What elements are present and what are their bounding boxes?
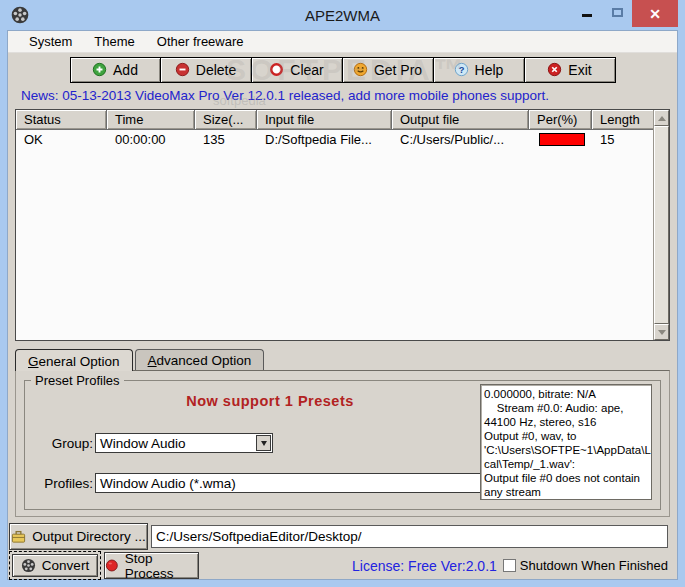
- film-reel-icon: [21, 558, 36, 573]
- clear-button[interactable]: Clear: [252, 57, 343, 83]
- tab-advanced-option[interactable]: Advanced Option: [135, 349, 265, 370]
- stop-process-label: Stop Process: [125, 551, 198, 581]
- briefcase-icon: [11, 529, 26, 544]
- license-text: License: Free Ver:2.0.1: [352, 558, 497, 574]
- scroll-up-button[interactable]: [654, 110, 669, 126]
- group-dropdown[interactable]: Window Audio: [95, 433, 273, 453]
- column-header-time[interactable]: Time: [107, 110, 195, 129]
- presets-notice: Now support 1 Presets: [85, 393, 455, 409]
- column-header-percent[interactable]: Per(%): [529, 110, 592, 129]
- stop-process-button[interactable]: Stop Process: [104, 552, 199, 579]
- help-button[interactable]: ? Help: [434, 57, 525, 83]
- menu-bar: System Theme Other freeware: [8, 31, 677, 53]
- add-label: Add: [113, 62, 138, 78]
- group-dropdown-value: Window Audio: [100, 436, 186, 451]
- maximize-button[interactable]: [602, 0, 632, 24]
- column-header-length[interactable]: Length: [592, 110, 657, 129]
- action-row: Convert Stop Process License: Free Ver:2…: [8, 549, 677, 579]
- toolbar: Add Delete Clear Get Pro ? Help Exit: [8, 53, 677, 86]
- smiley-icon: [353, 62, 368, 77]
- menu-theme[interactable]: Theme: [83, 32, 145, 51]
- arrow-up-icon: [658, 116, 666, 121]
- delete-button[interactable]: Delete: [161, 57, 252, 83]
- add-button[interactable]: Add: [70, 57, 161, 83]
- profiles-dropdown[interactable]: Window Audio (*.wma): [95, 473, 513, 493]
- cell-percent: [529, 133, 592, 146]
- table-header-row: Status Time Size(... Input file Output f…: [16, 110, 657, 130]
- exit-button[interactable]: Exit: [525, 57, 616, 83]
- titlebar: APE2WMA ✕: [7, 0, 678, 30]
- chevron-down-icon[interactable]: [256, 435, 271, 451]
- shutdown-label: Shutdown When Finished: [520, 558, 668, 573]
- scrollbar-thumb[interactable]: [654, 126, 669, 324]
- group-label: Group:: [39, 436, 95, 451]
- file-list-table: Status Time Size(... Input file Output f…: [15, 109, 670, 341]
- column-header-input-file[interactable]: Input file: [257, 110, 392, 129]
- cell-length: 15: [592, 132, 657, 147]
- news-ticker: News: 05-13-2013 VideoMax Pro Ver 12.0.1…: [8, 86, 677, 107]
- delete-icon: [175, 62, 190, 77]
- output-directory-button[interactable]: Output Directory ...: [9, 523, 148, 550]
- exit-icon: [547, 62, 562, 77]
- table-row[interactable]: OK 00:00:00 135 D:/Softpedia File... C:/…: [16, 130, 657, 149]
- tab-general-option[interactable]: General Option: [15, 349, 133, 371]
- clear-label: Clear: [290, 62, 323, 78]
- groupbox-legend: Preset Profiles: [31, 373, 124, 388]
- help-icon: ?: [454, 62, 469, 77]
- profiles-label: Profiles:: [27, 476, 95, 491]
- options-tabs: General Option Advanced Option: [15, 347, 677, 370]
- cell-status: OK: [16, 132, 107, 147]
- get-pro-label: Get Pro: [374, 62, 422, 78]
- stop-icon: [105, 558, 119, 573]
- progress-bar: [539, 133, 585, 146]
- get-pro-button[interactable]: Get Pro: [343, 57, 434, 83]
- cell-time: 00:00:00: [107, 132, 195, 147]
- cell-size: 135: [195, 132, 257, 147]
- client-area: SOFTPEDIA™ softpedia System Theme Other …: [7, 30, 678, 580]
- exit-label: Exit: [568, 62, 591, 78]
- minimize-button[interactable]: [572, 0, 602, 24]
- output-directory-label: Output Directory ...: [32, 529, 145, 544]
- close-button[interactable]: ✕: [632, 0, 678, 27]
- column-header-status[interactable]: Status: [16, 110, 107, 129]
- menu-system[interactable]: System: [18, 32, 83, 51]
- progress-bar-fill: [540, 134, 584, 145]
- convert-button[interactable]: Convert: [12, 554, 98, 577]
- help-label: Help: [475, 62, 504, 78]
- output-path-input[interactable]: [151, 525, 668, 548]
- app-window: APE2WMA ✕ SOFTPEDIA™ softpedia System Th…: [0, 0, 685, 587]
- cell-input-file: D:/Softpedia File...: [257, 132, 392, 147]
- column-header-size[interactable]: Size(...: [195, 110, 257, 129]
- menu-other-freeware[interactable]: Other freeware: [146, 32, 255, 51]
- convert-label: Convert: [42, 558, 89, 573]
- svg-text:?: ?: [458, 65, 464, 75]
- column-header-output-file[interactable]: Output file: [392, 110, 529, 129]
- arrow-down-icon: [658, 330, 666, 335]
- conversion-log: 0.000000, bitrate: N/A Stream #0.0: Audi…: [480, 384, 652, 500]
- scroll-down-button[interactable]: [654, 324, 669, 340]
- shutdown-checkbox[interactable]: [503, 559, 516, 572]
- profiles-dropdown-value: Window Audio (*.wma): [100, 476, 236, 491]
- add-icon: [92, 62, 107, 77]
- table-scrollbar[interactable]: [653, 110, 669, 340]
- preset-profiles-groupbox: Preset Profiles Now support 1 Presets Gr…: [24, 380, 661, 510]
- delete-label: Delete: [196, 62, 236, 78]
- clear-icon: [269, 62, 284, 77]
- general-option-panel: Preset Profiles Now support 1 Presets Gr…: [15, 370, 670, 517]
- cell-output-file: C:/Users/Public/...: [392, 132, 529, 147]
- output-directory-row: Output Directory ...: [8, 517, 677, 549]
- convert-focus-ring: Convert: [9, 551, 101, 580]
